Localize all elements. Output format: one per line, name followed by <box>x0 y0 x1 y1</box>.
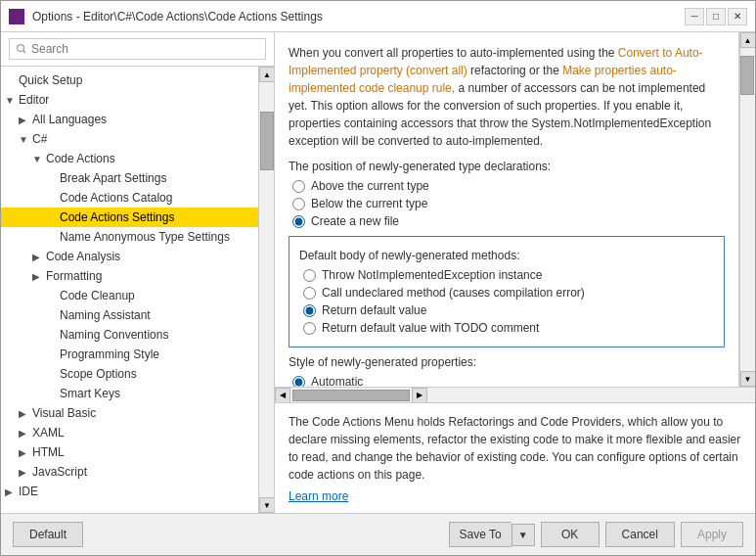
right-scroll-thumb[interactable] <box>740 56 754 95</box>
tree-label-xaml: XAML <box>32 426 65 440</box>
tree-label-code-actions-catalog: Code Actions Catalog <box>60 191 172 205</box>
right-scroll-track <box>740 48 755 371</box>
bottom-info: The Code Actions Menu holds Refactorings… <box>275 402 755 513</box>
tree-item-all-languages[interactable]: ▶All Languages <box>1 110 258 129</box>
tree-item-code-analysis[interactable]: ▶Code Analysis <box>1 247 258 266</box>
tree-arrow-all-languages: ▶ <box>19 115 32 125</box>
radio-create-new-file[interactable] <box>292 215 305 228</box>
radio-label-above-current[interactable]: Above the current type <box>311 179 429 193</box>
tree-arrow-csharp: ▼ <box>19 134 32 145</box>
radio-label-create-new-file[interactable]: Create a new file <box>311 214 399 228</box>
bottom-bar-right: Save To ▼ OK Cancel Apply <box>449 522 743 547</box>
tree-item-code-actions-catalog[interactable]: Code Actions Catalog <box>1 188 258 208</box>
cancel-button[interactable]: Cancel <box>605 522 675 547</box>
radio-return-default-todo[interactable] <box>303 322 316 335</box>
title-bar-left: Options - Editor\C#\Code Actions\Code Ac… <box>9 9 323 24</box>
radio-option-return-default-todo: Return default value with TODO comment <box>299 321 714 335</box>
ok-button[interactable]: OK <box>541 522 600 547</box>
tree-label-smart-keys: Smart Keys <box>60 387 120 400</box>
tree-arrow-formatting: ▶ <box>32 271 46 282</box>
style-options: AutomaticWith backing fieldAccessors wit… <box>289 375 725 387</box>
save-to-dropdown-button[interactable]: ▼ <box>511 524 535 546</box>
default-button[interactable]: Default <box>13 522 83 547</box>
left-scrollbar: ▲ ▼ <box>258 67 274 513</box>
tree-item-name-anonymous-type-settings[interactable]: Name Anonymous Type Settings <box>1 227 258 247</box>
tree-label-code-cleanup: Code Cleanup <box>60 289 135 302</box>
h-scroll-right[interactable]: ▶ <box>412 388 427 403</box>
tree-label-visual-basic: Visual Basic <box>32 406 96 420</box>
tree-item-programming-style[interactable]: Programming Style <box>1 345 258 364</box>
right-scroll-down[interactable]: ▼ <box>740 371 756 387</box>
search-input[interactable] <box>9 38 266 60</box>
radio-throw-not-impl[interactable] <box>303 269 316 282</box>
svg-rect-1 <box>19 12 22 22</box>
tree-label-code-analysis: Code Analysis <box>46 250 120 263</box>
save-to-main-button[interactable]: Save To <box>449 522 511 547</box>
scroll-down-arrow[interactable]: ▼ <box>259 497 274 513</box>
learn-more-link[interactable]: Learn more <box>289 489 348 503</box>
tree-item-csharp[interactable]: ▼C# <box>1 129 258 149</box>
tree-arrow-visual-basic: ▶ <box>19 408 32 419</box>
right-scroll-up[interactable]: ▲ <box>740 32 756 48</box>
search-box <box>1 32 274 67</box>
h-scroll-thumb[interactable] <box>292 390 410 401</box>
radio-label-throw-not-impl[interactable]: Throw NotImplementedException instance <box>322 268 542 282</box>
tree-label-quick-setup: Quick Setup <box>19 73 82 87</box>
scroll-up-arrow[interactable]: ▲ <box>259 67 274 82</box>
tree-label-javascript: JavaScript <box>32 465 87 479</box>
tree-item-visual-basic[interactable]: ▶Visual Basic <box>1 403 258 423</box>
tree-item-quick-setup[interactable]: Quick Setup <box>1 70 258 90</box>
tree-label-editor: Editor <box>19 93 49 107</box>
radio-return-default[interactable] <box>303 304 316 317</box>
radio-label-automatic[interactable]: Automatic <box>311 375 363 387</box>
restore-button[interactable]: □ <box>706 8 726 25</box>
radio-option-below-current: Below the current type <box>289 197 725 210</box>
tree-container: Quick Setup▼Editor▶All Languages▼C#▼Code… <box>1 67 258 513</box>
apply-button[interactable]: Apply <box>681 522 743 547</box>
scroll-track <box>259 82 274 497</box>
tree-item-editor[interactable]: ▼Editor <box>1 90 258 110</box>
tree-label-code-actions-settings: Code Actions Settings <box>60 210 174 224</box>
tree-item-formatting[interactable]: ▶Formatting <box>1 266 258 286</box>
tree-item-ide[interactable]: ▶IDE <box>1 482 258 501</box>
radio-label-return-default[interactable]: Return default value <box>322 303 426 317</box>
options-window: Options - Editor\C#\Code Actions\Code Ac… <box>0 0 756 556</box>
content-area: Quick Setup▼Editor▶All Languages▼C#▼Code… <box>1 32 755 513</box>
radio-call-undeclared[interactable] <box>303 287 316 300</box>
radio-above-current[interactable] <box>292 180 305 193</box>
right-scrollbar: ▲ ▼ <box>739 32 755 387</box>
h-scroll-inner: ◀ ▶ <box>275 388 755 403</box>
tree-item-naming-assistant[interactable]: Naming Assistant <box>1 305 258 325</box>
tree-arrow-code-actions: ▼ <box>32 154 46 164</box>
radio-label-below-current[interactable]: Below the current type <box>311 197 427 210</box>
tree-arrow-code-analysis: ▶ <box>32 252 46 262</box>
radio-label-return-default-todo[interactable]: Return default value with TODO comment <box>322 321 539 335</box>
style-label: Style of newly-generated properties: <box>289 355 725 369</box>
radio-option-create-new-file: Create a new file <box>289 214 725 228</box>
tree-label-csharp: C# <box>32 132 47 146</box>
save-to-button-group: Save To ▼ <box>449 522 535 547</box>
scroll-thumb[interactable] <box>260 112 274 170</box>
tree-item-javascript[interactable]: ▶JavaScript <box>1 462 258 482</box>
vs-icon <box>9 9 24 24</box>
tree-item-naming-conventions[interactable]: Naming Conventions <box>1 325 258 345</box>
tree-label-html: HTML <box>32 445 65 459</box>
tree-item-break-apart-settings[interactable]: Break Apart Settings <box>1 168 258 188</box>
title-bar: Options - Editor\C#\Code Actions\Code Ac… <box>1 1 755 32</box>
tree-item-html[interactable]: ▶HTML <box>1 442 258 462</box>
tree-item-code-actions[interactable]: ▼Code Actions <box>1 149 258 168</box>
tree-label-programming-style: Programming Style <box>60 348 159 361</box>
tree-item-code-cleanup[interactable]: Code Cleanup <box>1 286 258 305</box>
tree-item-code-actions-settings[interactable]: Code Actions Settings <box>1 208 258 227</box>
radio-below-current[interactable] <box>292 198 305 210</box>
close-button[interactable]: ✕ <box>728 8 747 25</box>
radio-automatic[interactable] <box>292 376 305 388</box>
tree-item-scope-options[interactable]: Scope Options <box>1 364 258 384</box>
radio-label-call-undeclared[interactable]: Call undeclared method (causes compilati… <box>322 286 585 300</box>
tree-item-smart-keys[interactable]: Smart Keys <box>1 384 258 403</box>
h-scroll-left[interactable]: ◀ <box>275 388 290 403</box>
minimize-button[interactable]: ─ <box>685 8 704 25</box>
tree-item-xaml[interactable]: ▶XAML <box>1 423 258 442</box>
tree-label-scope-options: Scope Options <box>60 367 137 381</box>
window-controls: ─ □ ✕ <box>685 8 747 25</box>
